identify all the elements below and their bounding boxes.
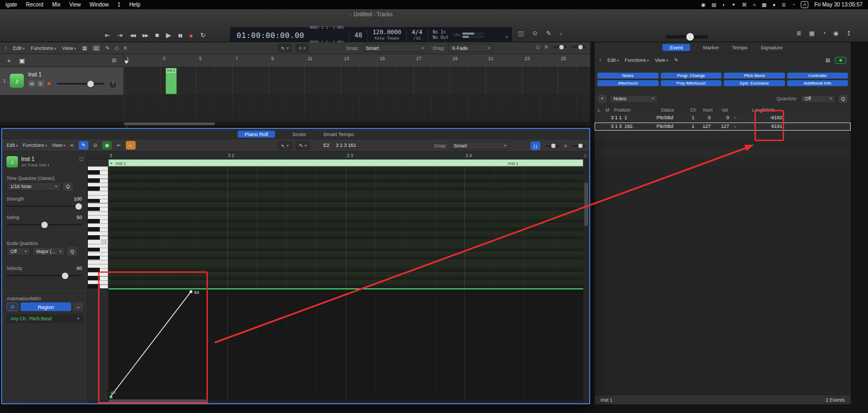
- scale-type-dropdown[interactable]: Major (...: [33, 247, 65, 256]
- grid-icon[interactable]: ▦: [762, 2, 767, 8]
- midi-in-button[interactable]: ◉: [102, 141, 112, 150]
- pause-button[interactable]: ▮▮: [178, 33, 182, 38]
- pr-edit-menu[interactable]: Edit: [7, 143, 18, 148]
- bar-ruler[interactable]: 1 3 5 7 9 11 13 15 17 19 21 23 25: [124, 54, 590, 67]
- pencil-tool-icon[interactable]: ✎: [105, 45, 110, 51]
- goto-end-button[interactable]: ⇥: [117, 31, 123, 39]
- track-volume-knob[interactable]: [87, 81, 94, 87]
- tab-signature[interactable]: Signature: [761, 44, 783, 50]
- pr-hzoom-slider[interactable]: [572, 145, 586, 147]
- panel-icon[interactable]: ◫: [518, 30, 524, 37]
- pr-vscroll-thumb[interactable]: [584, 183, 588, 226]
- filter-progr-change[interactable]: Progr. Change: [661, 73, 722, 79]
- wifi-icon[interactable]: ≈: [753, 2, 756, 8]
- account-icon[interactable]: ◉: [833, 30, 839, 37]
- lcd-time[interactable]: 01:00:00:00.00: [230, 31, 310, 40]
- col-num[interactable]: Num: [703, 107, 713, 113]
- track-volume-slider[interactable]: [56, 83, 104, 85]
- add-track-button[interactable]: +: [4, 56, 14, 65]
- piano-roll-ruler[interactable]: 3 3 2 3 3 3 4 4: [88, 152, 589, 159]
- cycle-button[interactable]: ↻: [200, 31, 206, 39]
- shield-icon[interactable]: ◉: [701, 2, 705, 8]
- input-source-badge[interactable]: A: [801, 1, 808, 8]
- brush-tool-button[interactable]: ✎: [79, 141, 88, 150]
- hzoom-icon[interactable]: ≡: [564, 143, 567, 149]
- goto-begin-button[interactable]: ⇤: [105, 31, 110, 39]
- col-ch[interactable]: Ch: [690, 107, 696, 113]
- automation-ramp-line[interactable]: [111, 292, 191, 396]
- tab-marker[interactable]: Marker: [703, 44, 719, 50]
- lcd-tempo[interactable]: 120.0000 Keep Tempo: [373, 29, 401, 41]
- stop-button[interactable]: ■: [155, 31, 159, 39]
- event-row-2[interactable]: 3 1 3 192. PitchBd 1 127 127 = 8191: [595, 122, 851, 131]
- scissors-icon[interactable]: ✂: [117, 143, 121, 148]
- swing-knob[interactable]: [41, 222, 48, 228]
- pencil-icon[interactable]: ✎: [674, 57, 679, 63]
- event-position[interactable]: 3 1 3 192.: [611, 124, 634, 129]
- pan-knob[interactable]: [108, 80, 117, 89]
- velocity-slider[interactable]: [7, 275, 82, 276]
- rewind-button[interactable]: ◀◀: [130, 33, 135, 38]
- tracks-view-menu[interactable]: View: [62, 45, 76, 51]
- lcd-display[interactable]: 01:00:00:00.00 0001 1 1 1 001 0005 1 1 1…: [230, 27, 512, 43]
- command-icon[interactable]: ⌘: [742, 2, 747, 8]
- quantize-apply-button[interactable]: Q: [63, 182, 73, 191]
- master-volume-slider[interactable]: [666, 35, 708, 38]
- scale-root-dropdown[interactable]: Off: [7, 247, 30, 256]
- add-event-button[interactable]: +: [598, 95, 607, 103]
- glue-tool-button[interactable]: ⌣: [126, 141, 136, 150]
- track-lane[interactable]: Inst 1: [124, 67, 590, 95]
- browser-icon[interactable]: ▦: [809, 30, 814, 37]
- tab-smart-tempo[interactable]: Smart Tempo: [323, 131, 354, 137]
- pr-left-tool-picker[interactable]: ↖: [278, 141, 292, 150]
- col-val[interactable]: Val: [722, 107, 728, 113]
- record-enable-button[interactable]: R: [46, 80, 53, 87]
- midi-region[interactable]: Inst 1: [165, 68, 177, 94]
- link-icon[interactable]: ∞: [70, 143, 73, 148]
- automation-power-button[interactable]: ⊙: [7, 302, 18, 311]
- catch-icon[interactable]: ⊙: [93, 143, 98, 148]
- track-name[interactable]: Inst 1: [28, 72, 41, 78]
- notifications-icon[interactable]: ◔: [822, 30, 826, 37]
- lcd-chevron-icon[interactable]: [506, 30, 512, 41]
- filter-additional-info[interactable]: Additional Info: [787, 80, 848, 86]
- left-click-tool-picker[interactable]: ↖: [278, 44, 292, 52]
- track-sort-icon[interactable]: ▤: [112, 57, 117, 63]
- col-m[interactable]: M: [605, 107, 609, 113]
- event-edit-menu[interactable]: Edit: [608, 57, 619, 63]
- automation-region-button[interactable]: Region: [21, 302, 71, 311]
- pr-hscrollbar[interactable]: [108, 399, 583, 402]
- list-view-icon[interactable]: ▤: [92, 45, 100, 51]
- forward-button[interactable]: ▶▶: [142, 33, 148, 38]
- list-view-icon[interactable]: ≣: [796, 30, 801, 37]
- inspector-region-name[interactable]: Inst 1: [21, 156, 34, 162]
- velocity-value[interactable]: 80: [76, 266, 82, 271]
- instrument-icon[interactable]: ♪: [10, 74, 24, 88]
- quantize-dropdown[interactable]: Off: [801, 95, 835, 103]
- fade-tool-icon[interactable]: ◇: [114, 45, 119, 51]
- filter-pitch-bend[interactable]: Pitch Bend: [724, 73, 785, 79]
- horizontal-zoom-slider[interactable]: [572, 46, 586, 48]
- event-channel[interactable]: 1: [687, 124, 694, 129]
- hierarchy-icon[interactable]: ↑: [599, 57, 602, 63]
- time-quantize-dropdown[interactable]: 1/16 Note: [7, 182, 61, 191]
- vertical-zoom-slider[interactable]: [553, 46, 567, 48]
- pr-view-menu[interactable]: View: [52, 143, 65, 148]
- tuner-icon[interactable]: ♩: [560, 30, 566, 37]
- col-status[interactable]: Status: [661, 107, 674, 113]
- tab-event[interactable]: Event: [662, 44, 690, 51]
- event-row-1[interactable]: 3 1 1 1 PitchBd 1 0 0 = -8192: [595, 114, 851, 122]
- playhead-marker[interactable]: [124, 61, 129, 64]
- lcd-time-signature[interactable]: 4/4 /16: [412, 29, 423, 41]
- event-position[interactable]: 3 1 1 1: [611, 115, 627, 120]
- command-click-tool-picker[interactable]: +: [296, 44, 309, 52]
- filter-icon[interactable]: ▤: [825, 57, 830, 63]
- pencil-icon[interactable]: ✎: [546, 30, 551, 37]
- filter-aftertouch[interactable]: Aftertouch: [597, 80, 659, 86]
- region-header-strip[interactable]: ▸ Inst 1 Inst 1: [108, 159, 583, 166]
- auto-zoom-button[interactable]: [ ]: [531, 141, 540, 150]
- play-button[interactable]: ▶: [166, 31, 171, 39]
- strength-knob[interactable]: [75, 203, 82, 210]
- drag-dropdown[interactable]: X-Fade: [448, 44, 494, 52]
- pr-hscroll-thumb[interactable]: [108, 399, 206, 402]
